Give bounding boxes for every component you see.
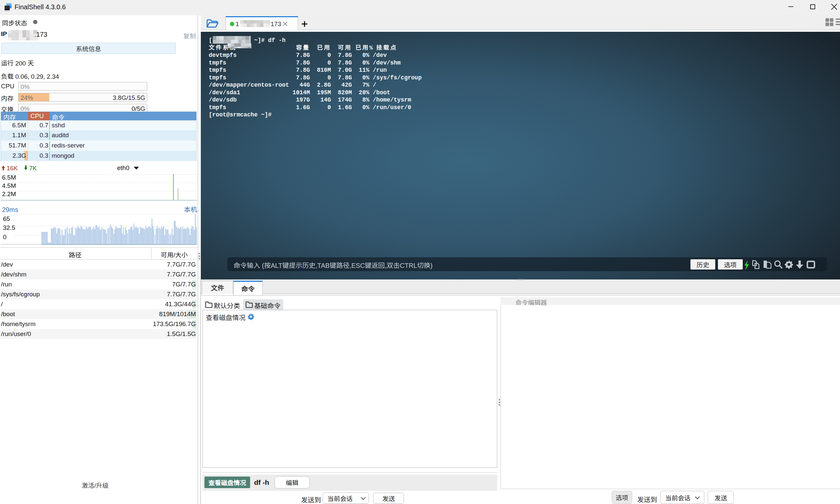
svg-text:eth0: eth0 (117, 164, 129, 171)
svg-text:本机: 本机 (184, 206, 197, 213)
svg-text:29ms: 29ms (2, 206, 18, 213)
svg-text:4.5M: 4.5M (2, 182, 16, 189)
svg-text:7K: 7K (29, 165, 37, 172)
svg-text:0: 0 (3, 233, 6, 240)
svg-text:32.5: 32.5 (3, 224, 15, 231)
svg-text:2.2M: 2.2M (2, 191, 16, 197)
svg-text:16K: 16K (6, 165, 18, 172)
svg-text:6.5M: 6.5M (2, 174, 16, 181)
svg-text:65: 65 (3, 215, 10, 222)
